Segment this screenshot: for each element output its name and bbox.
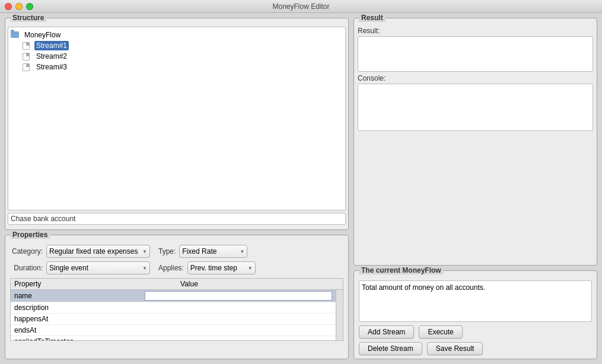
title-bar: MoneyFlow Editor [0, 0, 602, 13]
moneyflow-buttons-row2: Delete Stream Save Result [359, 342, 592, 355]
tree-root[interactable]: MoneyFlow [11, 30, 343, 40]
tree-item-label[interactable]: Stream#1 [34, 41, 69, 50]
status-bar: Chase bank account [8, 213, 346, 225]
col-header-property: Property [11, 279, 177, 290]
tree-root-label[interactable]: MoneyFlow [23, 30, 62, 40]
structure-title: Structure [10, 14, 46, 22]
col-header-value: Value [177, 279, 343, 290]
property-value-cell [141, 302, 336, 314]
result-content: Result: Console: [354, 24, 597, 263]
properties-content: Category: Regular fixed rate expenses Va… [5, 241, 348, 344]
table-row[interactable]: name [11, 290, 336, 302]
result-section: Result: [358, 27, 593, 72]
type-label: Type: [158, 247, 176, 256]
property-rows-table: name description h [11, 290, 336, 340]
console-area [358, 84, 593, 131]
moneyflow-description: Total amount of money on all accounts. [359, 280, 592, 322]
property-table-container: Property Value name [10, 278, 343, 341]
app-title: MoneyFlow Editor [272, 2, 329, 11]
duration-select[interactable]: Single event Recurring Limited [46, 261, 150, 274]
tree-item[interactable]: Stream#3 [23, 62, 343, 72]
properties-title: Properties [10, 231, 50, 239]
applies-select-wrapper: Prev. time step Current time step Next t… [187, 261, 256, 274]
tree-item-label[interactable]: Stream#2 [34, 52, 69, 61]
category-select-wrapper: Regular fixed rate expenses Variable exp… [46, 245, 150, 258]
tree-item[interactable]: Stream#1 [23, 40, 343, 51]
close-button[interactable] [5, 3, 12, 10]
result-panel: Result Result: Console: [353, 18, 597, 266]
tree-children: Stream#1 Stream#2 Stream#3 [23, 40, 343, 72]
property-name-cell: endsAt [11, 325, 141, 336]
delete-stream-button[interactable]: Delete Stream [359, 342, 422, 355]
tree-item[interactable]: Stream#2 [23, 51, 343, 62]
property-name-cell: appliedToTimestep [11, 336, 141, 341]
result-textarea [358, 36, 593, 72]
moneyflow-panel: The current MoneyFlow Total amount of mo… [353, 270, 597, 359]
type-select[interactable]: Fixed Rate Variable Rate One-time [179, 245, 247, 258]
moneyflow-buttons-row1: Add Stream Execute [359, 325, 592, 339]
moneyflow-title: The current MoneyFlow [359, 266, 444, 274]
property-value-cell[interactable] [141, 290, 336, 302]
duration-select-wrapper: Single event Recurring Limited [46, 261, 150, 274]
property-table: Property Value [11, 279, 343, 290]
duration-applies-row: Duration: Single event Recurring Limited… [10, 261, 343, 274]
applies-label: Applies: [158, 264, 184, 272]
console-section: Console: [358, 74, 593, 131]
table-row[interactable]: endsAt [11, 325, 336, 336]
scrollbar[interactable] [336, 290, 343, 340]
structure-panel: Structure MoneyFlow Stre [5, 18, 349, 230]
property-name-cell: name [11, 290, 141, 302]
tree-item-label[interactable]: Stream#3 [34, 62, 69, 72]
console-label: Console: [358, 74, 593, 82]
category-select[interactable]: Regular fixed rate expenses Variable exp… [46, 245, 150, 258]
category-type-row: Category: Regular fixed rate expenses Va… [10, 245, 343, 258]
file-icon [23, 63, 32, 71]
file-icon [23, 53, 32, 60]
table-scroll-area[interactable]: name description h [11, 290, 343, 340]
properties-panel: Properties Category: Regular fixed rate … [5, 235, 349, 359]
table-row[interactable]: happensAt [11, 314, 336, 325]
execute-button[interactable]: Execute [419, 325, 462, 339]
file-icon [23, 42, 32, 49]
result-label: Result: [358, 27, 593, 35]
category-label: Category: [10, 247, 43, 256]
property-name-cell: happensAt [11, 314, 141, 325]
property-value-cell [141, 336, 336, 341]
table-row[interactable]: appliedToTimestep [11, 336, 336, 341]
property-value-cell [141, 325, 336, 336]
type-select-wrapper: Fixed Rate Variable Rate One-time [179, 245, 247, 258]
right-panel: Result Result: Console: The current Mone… [353, 18, 597, 359]
duration-label: Duration: [10, 264, 43, 272]
result-title: Result [359, 14, 386, 22]
applies-select[interactable]: Prev. time step Current time step Next t… [187, 261, 256, 274]
table-row[interactable]: description [11, 302, 336, 314]
save-result-button[interactable]: Save Result [427, 342, 483, 355]
folder-icon [11, 31, 20, 39]
tree-view[interactable]: MoneyFlow Stream#1 [8, 27, 346, 210]
minimize-button[interactable] [15, 3, 23, 10]
property-value-input[interactable] [145, 291, 332, 301]
property-value-cell [141, 314, 336, 325]
window-controls[interactable] [5, 3, 33, 10]
add-stream-button[interactable]: Add Stream [359, 325, 414, 339]
structure-content: MoneyFlow Stream#1 [5, 24, 348, 227]
left-panel: Structure MoneyFlow Stre [5, 18, 349, 359]
main-content: Structure MoneyFlow Stre [0, 13, 602, 364]
maximize-button[interactable] [26, 3, 33, 10]
property-name-cell: description [11, 302, 141, 314]
moneyflow-content: Total amount of money on all accounts. A… [354, 277, 597, 359]
